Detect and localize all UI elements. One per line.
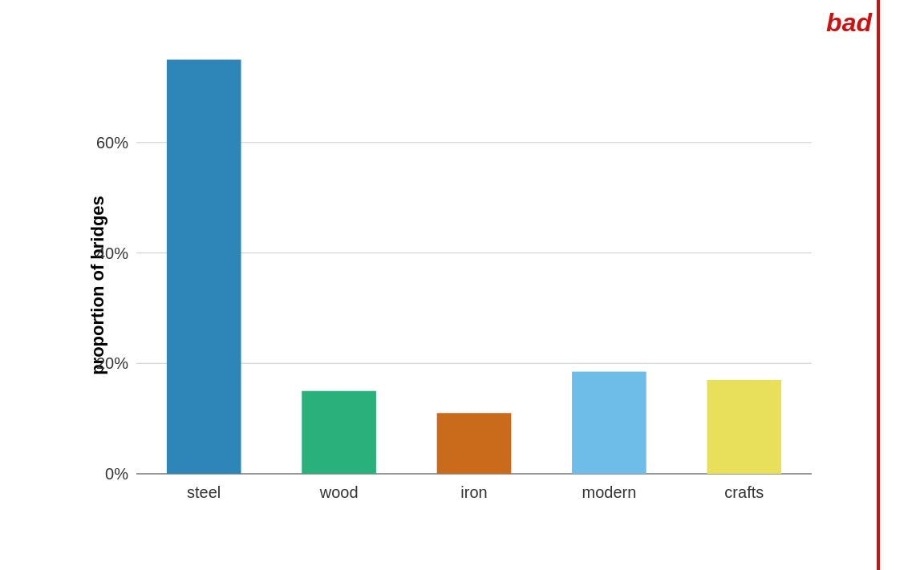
svg-rect-17 — [707, 380, 781, 474]
svg-text:wood: wood — [319, 483, 359, 501]
red-line — [877, 0, 880, 570]
svg-text:40%: 40% — [96, 245, 128, 262]
svg-rect-13 — [437, 413, 512, 474]
chart-area: 0%20%40%60%steelwoodironmoderncrafts — [88, 24, 876, 506]
svg-rect-11 — [302, 391, 376, 474]
svg-text:modern: modern — [582, 483, 636, 501]
svg-rect-9 — [167, 59, 241, 474]
svg-text:20%: 20% — [96, 354, 128, 372]
svg-text:iron: iron — [460, 483, 487, 501]
svg-rect-15 — [572, 372, 646, 474]
svg-text:crafts: crafts — [724, 483, 764, 501]
svg-text:0%: 0% — [105, 465, 128, 483]
svg-text:steel: steel — [187, 483, 221, 501]
chart-container: bad proportion of bridges 0%20%40%60%ste… — [0, 0, 924, 570]
svg-text:60%: 60% — [96, 134, 128, 152]
